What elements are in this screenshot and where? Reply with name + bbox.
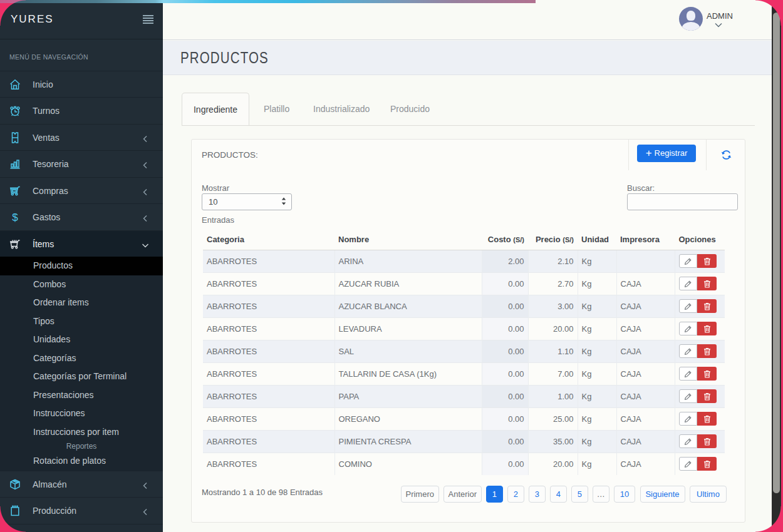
svg-text:$: $ [12, 212, 18, 223]
